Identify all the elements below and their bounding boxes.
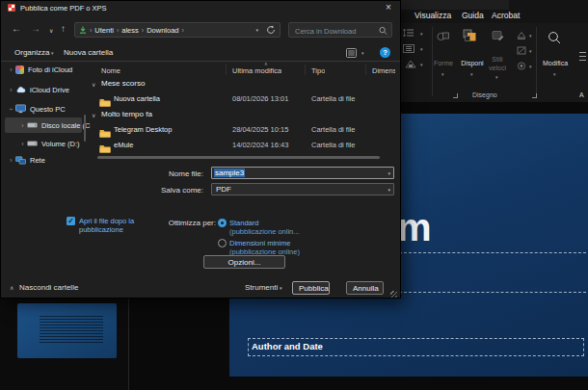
chevron-down-icon[interactable]: ▾ [361,50,364,56]
hide-folders-button[interactable]: Nascondi cartelle [19,283,78,292]
dialog-launcher-icon[interactable] [453,93,458,98]
chevron-right-icon[interactable]: › [18,122,27,129]
options-button[interactable]: Opzioni... [203,255,285,269]
search-icon [379,26,388,36]
ribbon-tab-guida[interactable]: Guida [462,11,484,20]
open-after-checkbox[interactable]: ✓ [67,217,75,225]
back-icon[interactable]: ← [12,24,21,34]
view-mode-icon[interactable] [346,48,357,58]
sidebar-item-volume-d[interactable]: › Volume (D:) [18,136,80,151]
breadcrumb-aless[interactable]: aless [121,26,139,35]
column-separator[interactable] [305,65,306,75]
organize-button[interactable]: Organizza [14,48,49,57]
up-icon[interactable]: ↑ [61,24,66,34]
shape-outline-icon[interactable] [517,46,526,55]
chevron-down-icon[interactable]: ▾ [420,46,423,52]
help-icon[interactable]: ? [380,47,390,58]
horizontal-scrollbar[interactable] [97,156,380,159]
column-header-ultima-modifica[interactable]: Ultima modifica [232,66,281,75]
chevron-down-icon[interactable]: ▾ [470,71,473,77]
ribbon-corner-fragment: A [579,91,584,98]
breadcrumb-download[interactable]: Download [147,26,178,35]
open-after-label[interactable]: Apri il file dopo la pubblicazione [79,217,139,234]
address-dropdown-icon[interactable]: ▾ [255,27,258,33]
quick-styles-button[interactable]: Stili [484,56,511,63]
standard-label[interactable]: Standard [229,219,258,227]
chevron-right-icon[interactable]: › [18,141,27,147]
breadcrumb-utenti[interactable]: Utenti [94,26,114,35]
new-folder-button[interactable]: Nuova cartella [64,48,113,57]
chevron-down-icon[interactable]: ▾ [388,187,390,193]
dialog-launcher-icon[interactable] [532,93,537,98]
ribbon-tab-acrobat[interactable]: Acrobat [492,11,520,20]
filename-input[interactable]: sample3 ▾ [211,167,394,179]
folder-icon [99,144,111,153]
chevron-right-icon[interactable]: › [7,87,15,93]
chevron-down-icon[interactable]: ▾ [553,71,556,77]
column-header-tipo[interactable]: Tipo [311,66,325,75]
chevron-down-icon[interactable]: ▾ [529,33,532,39]
sidebar-item-label: iCloud Drive [30,86,69,94]
subtitle-text[interactable]: Author and Date [252,341,323,351]
sidebar-item-rete[interactable]: › Rete [7,152,45,168]
chevron-right-icon[interactable]: › [7,66,15,73]
chevron-down-icon[interactable]: ▾ [420,31,423,37]
tools-dropdown[interactable]: Strumenti [245,283,278,292]
file-name[interactable]: Telegram Desktop [114,125,172,134]
file-name[interactable]: eMule [114,141,133,149]
slide-thumbnail[interactable] [17,303,117,358]
subtitle-placeholder[interactable]: Author and Date [248,338,584,356]
standard-radio[interactable] [218,219,227,227]
minimum-size-label[interactable]: Dimensioni minime [229,239,290,247]
group-collapse-icon[interactable]: ∨ [92,112,95,118]
saveas-select[interactable]: PDF ▾ [211,183,394,195]
saveas-value[interactable]: PDF [216,185,231,194]
chevron-down-icon[interactable]: ▾ [529,48,532,54]
column-separator[interactable] [226,65,227,75]
filename-value[interactable]: sample3 [214,169,245,177]
sidebar-item-disco-locale-c[interactable]: › Disco locale (C [18,117,90,133]
file-name[interactable]: Nuova cartella [114,94,160,103]
shape-effects-icon[interactable] [517,62,526,70]
sidebar-item-foto-di-icloud[interactable]: › Foto di iCloud [7,62,72,77]
standard-sublabel: (pubblicazione onlin... [229,227,300,236]
search-input[interactable] [293,24,380,38]
shapes-button[interactable]: Forme [429,60,458,66]
address-bar[interactable]: › Utenti › aless › Download › ▾ [74,22,281,38]
cancel-button[interactable]: Annulla [346,281,384,295]
editing-button[interactable]: Modifica [536,60,575,66]
line-spacing-icon[interactable] [403,29,414,38]
chevron-down-icon[interactable]: ▾ [420,62,423,67]
resize-grip[interactable] [390,291,397,298]
chevron-down-icon[interactable]: › [8,105,14,114]
slide-title-text[interactable]: m [397,208,432,247]
sidebar-item-icloud-drive[interactable]: › iCloud Drive [7,82,69,97]
group-label-mese-scorso[interactable]: Mese scorso [101,79,145,88]
ribbon-tab-visualizza[interactable]: Visualizza [414,11,451,20]
shape-fill-icon[interactable] [517,31,526,39]
column-header-dimensione[interactable]: Dimensione [372,66,395,75]
refresh-icon[interactable] [266,25,276,35]
columns-icon[interactable] [403,44,414,53]
chevron-right-icon[interactable]: › [7,157,15,164]
group-collapse-icon[interactable]: ∨ [92,81,95,88]
smartart-icon[interactable] [405,60,416,69]
publish-dialog: Pubblica come PDF o XPS × ← → ∨ ↑ › Uten… [0,0,401,299]
publish-button[interactable]: Pubblica [292,281,330,295]
close-icon[interactable]: × [386,2,391,13]
minimum-size-radio[interactable] [218,239,227,247]
group-label-molto-tempo-fa[interactable]: Molto tempo fa [101,110,152,118]
cloud-icon [15,86,26,93]
chevron-down-icon[interactable]: ▾ [388,170,390,176]
chevron-down-icon[interactable]: ▾ [529,64,532,69]
sidebar-item-questo-pc[interactable]: › Questo PC [7,101,66,117]
column-separator[interactable] [365,65,366,75]
chevron-down-icon[interactable]: ▾ [280,285,282,291]
forward-icon[interactable]: → [31,24,40,34]
file-row-nuova-cartella[interactable] [99,93,111,111]
sidebar-scrollbar[interactable] [84,115,86,142]
search-box[interactable] [288,22,392,38]
recent-locations-icon[interactable]: ∨ [49,26,53,36]
file-row-emule[interactable] [99,140,111,157]
column-header-nome[interactable]: Nome [101,66,120,75]
